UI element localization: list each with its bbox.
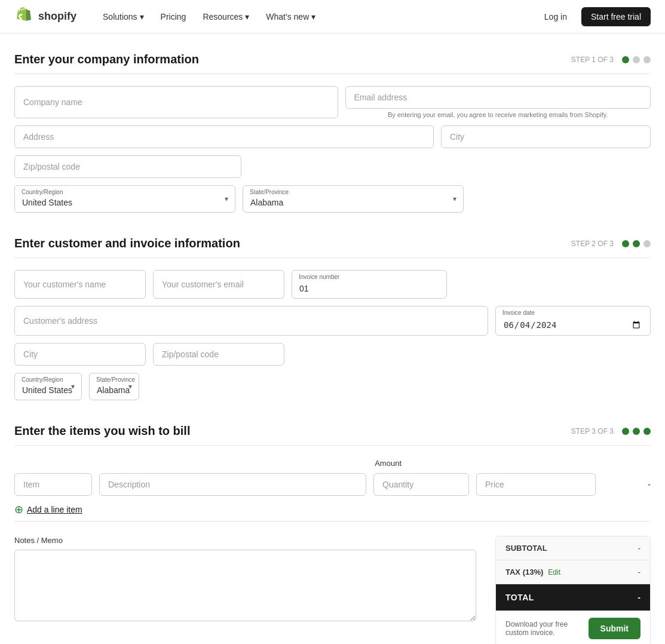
step2-indicator: STEP 2 OF 3 <box>571 240 651 248</box>
step3-title: Enter the items you wish to bill <box>14 424 190 438</box>
tax-value: - <box>638 568 641 576</box>
zip-input[interactable] <box>14 155 241 178</box>
country-select-wrapper: Country/Region United States ▾ <box>14 185 235 213</box>
resources-nav-link[interactable]: Resources ▾ <box>195 8 256 25</box>
step1-row2 <box>14 125 651 148</box>
step3-label: STEP 3 OF 3 <box>571 427 614 436</box>
customer-email-input[interactable] <box>153 270 284 299</box>
tax-edit-link[interactable]: Edit <box>548 568 560 576</box>
customer-country-label: Country/Region <box>22 376 63 383</box>
invoice-date-label: Invoice date <box>502 309 535 316</box>
company-name-input[interactable] <box>14 86 338 118</box>
login-link[interactable]: Log in <box>537 8 574 25</box>
amount-value: - <box>603 474 651 495</box>
download-hint: Download your free custom invoice. <box>505 620 589 637</box>
step2-dots <box>622 240 651 247</box>
step2-dot-3 <box>643 240 651 247</box>
step2-label: STEP 2 OF 3 <box>571 240 614 248</box>
add-line-button[interactable]: ⊕ Add a line item <box>14 503 82 516</box>
summary-box: SUBTOTAL - TAX (13%) Edit - TOTAL - <box>495 536 651 644</box>
step3-section: Enter the items you wish to bill STEP 3 … <box>14 424 651 644</box>
total-row: TOTAL - <box>496 584 650 611</box>
pricing-nav-link[interactable]: Pricing <box>154 8 194 25</box>
solutions-chevron-icon: ▾ <box>140 12 144 22</box>
start-trial-button[interactable]: Start free trial <box>581 7 651 26</box>
state-select-wrapper: State/Province Alabama ▾ <box>243 185 464 213</box>
step1-dots <box>622 56 651 63</box>
customer-state-wrapper: State/Province Alabama ▾ <box>89 373 139 400</box>
total-label: TOTAL <box>505 593 534 602</box>
step3-dot-2 <box>633 428 640 435</box>
step2-row4: Country/Region United States ▾ State/Pro… <box>14 373 651 400</box>
step2-section: Enter customer and invoice information S… <box>14 237 651 400</box>
step1-dot-1 <box>622 56 629 63</box>
customer-zip-input[interactable] <box>153 343 284 366</box>
email-input[interactable] <box>345 86 651 109</box>
summary-section: SUBTOTAL - TAX (13%) Edit - TOTAL - <box>495 536 651 644</box>
resources-chevron-icon: ▾ <box>245 12 249 22</box>
submit-section: Download your free custom invoice. Submi… <box>496 611 650 644</box>
customer-country-wrapper: Country/Region United States ▾ <box>14 373 82 400</box>
whats-new-chevron-icon: ▾ <box>311 12 315 22</box>
step3-indicator: STEP 3 OF 3 <box>571 427 651 436</box>
step2-title: Enter customer and invoice information <box>14 237 240 250</box>
step1-header: Enter your company information STEP 1 OF… <box>14 53 651 74</box>
nav-links: Solutions ▾ Pricing Resources ▾ What's n… <box>96 8 537 25</box>
step1-title: Enter your company information <box>14 53 199 66</box>
logo-text: shopify <box>38 10 76 23</box>
subtotal-value: - <box>638 544 641 553</box>
customer-name-input[interactable] <box>14 270 146 299</box>
quantity-input[interactable] <box>373 473 469 496</box>
description-input[interactable] <box>99 473 366 496</box>
address-input[interactable] <box>14 125 434 148</box>
whats-new-nav-link[interactable]: What's new ▾ <box>259 8 323 25</box>
add-line-icon: ⊕ <box>14 503 23 516</box>
notes-textarea[interactable] <box>14 550 476 621</box>
tax-row: TAX (13%) Edit - <box>496 560 650 584</box>
state-label: State/Province <box>250 189 289 195</box>
total-value: - <box>638 593 641 602</box>
step2-row1: Invoice number <box>14 270 651 299</box>
billing-row: - <box>14 473 651 496</box>
main-content: Enter your company information STEP 1 OF… <box>0 33 665 644</box>
email-hint: By entering your email, you agree to rec… <box>345 111 651 118</box>
price-input[interactable] <box>476 473 596 496</box>
customer-state-label: State/Province <box>96 376 135 383</box>
step1-indicator: STEP 1 OF 3 <box>571 56 651 64</box>
billing-divider <box>14 521 651 522</box>
step3-header: Enter the items you wish to bill STEP 3 … <box>14 424 651 446</box>
subtotal-label: SUBTOTAL <box>505 544 547 553</box>
invoice-date-wrapper: Invoice date <box>495 306 651 336</box>
nav-actions: Log in Start free trial <box>537 7 651 26</box>
notes-section: Notes / Memo <box>14 536 476 644</box>
subtotal-row: SUBTOTAL - <box>496 536 650 560</box>
tax-label-group: TAX (13%) Edit <box>505 568 560 576</box>
country-label: Country/Region <box>22 189 63 195</box>
step1-row3 <box>14 155 241 178</box>
step1-section: Enter your company information STEP 1 OF… <box>14 53 651 213</box>
billing-header: Amount <box>14 458 651 468</box>
city-input[interactable] <box>441 125 651 148</box>
invoice-number-label: Invoice number <box>299 274 339 280</box>
step1-label: STEP 1 OF 3 <box>571 56 614 64</box>
customer-address-input[interactable] <box>14 306 488 336</box>
step1-row1: By entering your email, you agree to rec… <box>14 86 651 118</box>
step2-header: Enter customer and invoice information S… <box>14 237 651 258</box>
customer-city-input[interactable] <box>14 343 146 366</box>
logo[interactable]: shopify <box>14 7 76 26</box>
bottom-section: Notes / Memo SUBTOTAL - TAX (13%) Edit - <box>14 536 651 644</box>
shopify-logo-icon <box>14 7 33 26</box>
step2-dot-1 <box>622 240 629 247</box>
step2-row3 <box>14 343 651 366</box>
add-line-label: Add a line item <box>27 505 82 514</box>
step1-form: By entering your email, you agree to rec… <box>14 86 651 213</box>
tax-label: TAX (13%) <box>505 568 543 576</box>
solutions-nav-link[interactable]: Solutions ▾ <box>96 8 151 25</box>
invoice-number-wrapper: Invoice number <box>292 270 447 299</box>
item-input[interactable] <box>14 473 92 496</box>
step2-dot-2 <box>633 240 640 247</box>
submit-button[interactable]: Submit <box>589 618 641 639</box>
step3-dot-3 <box>643 428 651 435</box>
step1-row4: Country/Region United States ▾ State/Pro… <box>14 185 651 213</box>
email-wrapper: By entering your email, you agree to rec… <box>345 86 651 118</box>
